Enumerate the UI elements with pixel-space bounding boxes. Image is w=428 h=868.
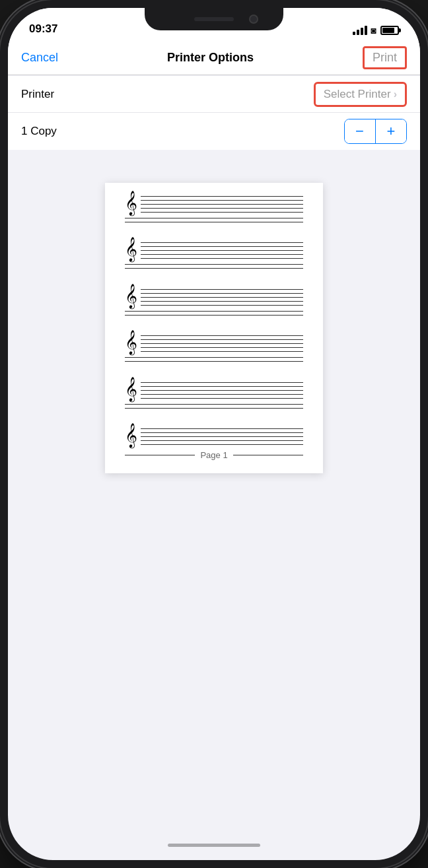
page-preview: 𝄞	[105, 183, 323, 473]
page-title: Printer Options	[167, 51, 254, 65]
settings-section: Printer Select Printer › 1 Copy − +	[8, 76, 420, 150]
status-time: 09:37	[29, 22, 57, 36]
nav-bar: Cancel Printer Options Print	[8, 41, 420, 75]
treble-clef-3: 𝄞	[125, 285, 137, 306]
increment-button[interactable]: +	[376, 119, 406, 143]
treble-clef-1: 𝄞	[125, 192, 137, 213]
music-staff-1: 𝄞	[125, 196, 303, 222]
copies-row: 1 Copy − +	[8, 113, 420, 150]
copies-stepper: − +	[344, 119, 408, 144]
music-staff-4: 𝄞	[125, 335, 303, 362]
phone-frame: 09:37 ◙ Cancel Printer Options Print	[0, 0, 428, 868]
treble-clef-6: 𝄞	[125, 424, 137, 446]
home-indicator	[168, 844, 260, 847]
cancel-button[interactable]: Cancel	[21, 51, 58, 65]
notch	[145, 8, 283, 30]
wifi-icon: ◙	[371, 25, 376, 36]
page-number-label: Page 1	[200, 450, 227, 460]
phone-screen: 09:37 ◙ Cancel Printer Options Print	[8, 8, 420, 860]
copies-label: 1 Copy	[21, 125, 57, 138]
treble-clef-2: 𝄞	[125, 238, 137, 259]
status-icons: ◙	[353, 25, 399, 36]
print-button[interactable]: Print	[363, 46, 407, 69]
select-printer-text: Select Printer	[324, 88, 391, 101]
music-staff-2: 𝄞	[125, 242, 303, 269]
decrement-button[interactable]: −	[345, 119, 375, 143]
camera	[249, 15, 258, 24]
chevron-right-icon: ›	[394, 88, 397, 100]
printer-label: Printer	[21, 88, 54, 101]
music-staff-6: 𝄞	[125, 428, 303, 460]
treble-clef-5: 𝄞	[125, 378, 137, 399]
speaker	[194, 17, 234, 21]
music-staff-5: 𝄞	[125, 382, 303, 409]
select-printer-button[interactable]: Select Printer ›	[314, 82, 407, 107]
battery-icon	[380, 26, 399, 35]
signal-icon	[353, 26, 367, 35]
battery-fill	[382, 28, 394, 33]
printer-row: Printer Select Printer ›	[8, 76, 420, 113]
preview-area: 𝄞	[8, 150, 420, 486]
treble-clef-4: 𝄞	[125, 331, 137, 352]
preview-container: 𝄞	[8, 150, 420, 486]
music-staff-3: 𝄞	[125, 289, 303, 316]
